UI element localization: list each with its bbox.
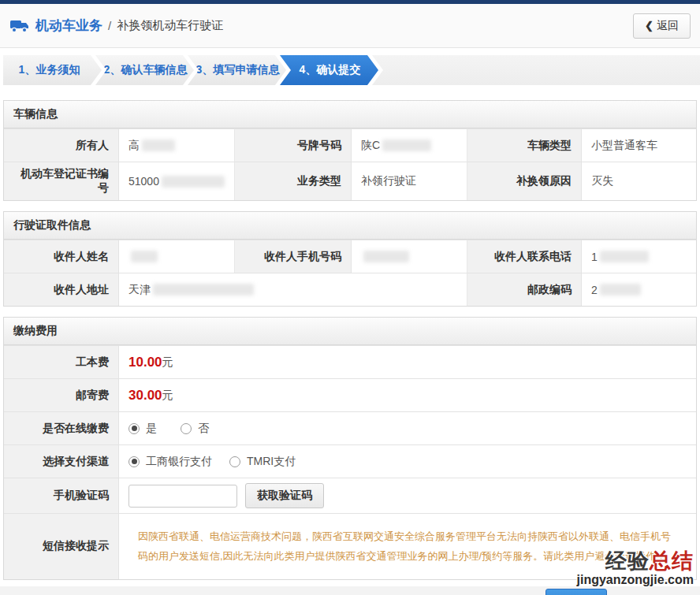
sms-notice-label: 短信接收提示 bbox=[4, 513, 119, 579]
postage-fee-label: 邮寄费 bbox=[4, 378, 119, 411]
back-chevron-icon: ❮ bbox=[645, 20, 653, 32]
payment-channel-options: 工商银行支付 TMRI支付 bbox=[119, 444, 696, 478]
postage-fee-unit: 元 bbox=[162, 389, 173, 403]
plate-label: 号牌号码 bbox=[235, 128, 352, 162]
redacted-blur bbox=[382, 139, 431, 151]
reason-value: 灭失 bbox=[582, 162, 696, 200]
channel-tmri-label: TMRI支付 bbox=[247, 455, 296, 469]
tab-step-3[interactable]: 3、填写申请信息 bbox=[188, 55, 286, 85]
online-payment-no-option[interactable]: 否 bbox=[181, 422, 209, 436]
back-button-label: 返回 bbox=[657, 19, 679, 33]
reg-cert-value: 51000 bbox=[119, 162, 235, 200]
fee-panel-title: 缴纳费用 bbox=[4, 318, 696, 345]
pickup-info-panel: 行驶证取件信息 收件人姓名 收件人手机号码 收件人联系电话 1 收件人地址 天津… bbox=[3, 211, 697, 307]
radio-selected-icon[interactable] bbox=[128, 423, 140, 434]
page-title: 补换领机动车行驶证 bbox=[117, 18, 223, 33]
sms-notice-text-cell: 因陕西省联通、电信运营商技术问题，陕西省互联网交通安全综合服务管理平台无法向持陕… bbox=[119, 513, 696, 579]
footer-bar: 上一步 bbox=[0, 586, 700, 595]
vehicle-info-panel: 车辆信息 所有人 高 号牌号码 陕C 车辆类型 小型普通客车 机动车登记证书编号… bbox=[3, 100, 697, 201]
channel-tmri-option[interactable]: TMRI支付 bbox=[229, 455, 296, 469]
pickup-info-title: 行驶证取件信息 bbox=[4, 212, 696, 240]
channel-icbc-label: 工商银行支付 bbox=[146, 455, 212, 469]
recipient-address-label: 收件人地址 bbox=[4, 273, 119, 306]
owner-value: 高 bbox=[119, 128, 235, 162]
breadcrumb: 机动车业务 / 补换领机动车行驶证 bbox=[9, 17, 223, 35]
step-bar-filler bbox=[372, 55, 700, 85]
channel-icbc-option[interactable]: 工商银行支付 bbox=[128, 455, 212, 469]
page: 机动车业务 / 补换领机动车行驶证 ❮ 返回 1、业务须知 2、确认车辆信息 3… bbox=[0, 0, 700, 595]
postal-code-value: 2 bbox=[582, 273, 696, 306]
recipient-name-value bbox=[119, 240, 235, 273]
plate-value: 陕C bbox=[352, 128, 467, 162]
business-type-value: 补领行驶证 bbox=[352, 162, 467, 200]
tab-step-1[interactable]: 1、业务须知 bbox=[3, 55, 102, 85]
redacted-blur bbox=[600, 284, 641, 296]
sms-code-row: 获取验证码 bbox=[119, 478, 696, 513]
redacted-blur bbox=[142, 139, 175, 151]
payment-channel-label: 选择支付渠道 bbox=[4, 444, 119, 478]
recipient-phone-label: 收件人联系电话 bbox=[467, 240, 582, 273]
online-payment-options: 是 否 bbox=[119, 411, 696, 444]
production-fee-label: 工本费 bbox=[4, 345, 119, 378]
reason-label: 补换领原因 bbox=[467, 162, 582, 200]
online-payment-no-label: 否 bbox=[198, 422, 209, 436]
radio-unselected-icon[interactable] bbox=[229, 456, 240, 467]
recipient-address-value: 天津 bbox=[119, 273, 467, 306]
business-type-label: 业务类型 bbox=[235, 162, 352, 200]
fee-panel: 缴纳费用 工本费 10.00元 邮寄费 30.00元 是否在线缴费 是 否 选择… bbox=[3, 317, 697, 580]
redacted-blur bbox=[162, 176, 225, 188]
redacted-blur bbox=[153, 284, 254, 296]
vehicle-info-title: 车辆信息 bbox=[4, 101, 696, 128]
sms-code-label: 手机验证码 bbox=[4, 478, 119, 513]
sms-notice-text: 因陕西省联通、电信运营商技术问题，陕西省互联网交通安全综合服务管理平台无法向持陕… bbox=[128, 519, 687, 575]
owner-label: 所有人 bbox=[4, 128, 119, 162]
production-fee-value: 10.00元 bbox=[119, 345, 696, 378]
online-payment-label: 是否在线缴费 bbox=[4, 411, 119, 444]
vehicle-type-value: 小型普通客车 bbox=[582, 128, 696, 162]
recipient-mobile-value bbox=[352, 240, 467, 273]
back-button[interactable]: ❮ 返回 bbox=[633, 13, 691, 39]
truck-icon bbox=[9, 18, 30, 34]
postal-code-label: 邮政编码 bbox=[467, 273, 582, 306]
breadcrumb-section: 机动车业务 bbox=[35, 17, 102, 35]
recipient-phone-value: 1 bbox=[582, 240, 696, 273]
redacted-blur bbox=[131, 251, 158, 262]
production-fee-amount: 10.00 bbox=[128, 355, 162, 370]
tab-step-4[interactable]: 4、确认提交 bbox=[280, 55, 378, 85]
tab-step-2[interactable]: 2、确认车辆信息 bbox=[95, 55, 194, 85]
vehicle-type-label: 车辆类型 bbox=[467, 128, 582, 162]
radio-selected-icon[interactable] bbox=[128, 456, 140, 467]
recipient-name-label: 收件人姓名 bbox=[4, 240, 119, 273]
sms-code-input[interactable] bbox=[128, 485, 237, 508]
redacted-blur bbox=[600, 251, 649, 262]
step-navigation: 1、业务须知 2、确认车辆信息 3、填写申请信息 4、确认提交 bbox=[3, 55, 697, 85]
previous-step-button[interactable]: 上一步 bbox=[545, 589, 607, 595]
redacted-blur bbox=[363, 251, 409, 262]
radio-unselected-icon[interactable] bbox=[181, 423, 192, 434]
online-payment-yes-option[interactable]: 是 bbox=[128, 422, 157, 436]
get-code-button[interactable]: 获取验证码 bbox=[245, 483, 324, 508]
production-fee-unit: 元 bbox=[162, 355, 173, 370]
breadcrumb-separator: / bbox=[108, 19, 111, 32]
postage-fee-value: 30.00元 bbox=[119, 378, 696, 411]
reg-cert-label: 机动车登记证书编号 bbox=[4, 162, 119, 200]
page-header: 机动车业务 / 补换领机动车行驶证 ❮ 返回 bbox=[0, 4, 700, 48]
postage-fee-amount: 30.00 bbox=[128, 388, 162, 403]
online-payment-yes-label: 是 bbox=[146, 422, 157, 436]
recipient-mobile-label: 收件人手机号码 bbox=[235, 240, 352, 273]
